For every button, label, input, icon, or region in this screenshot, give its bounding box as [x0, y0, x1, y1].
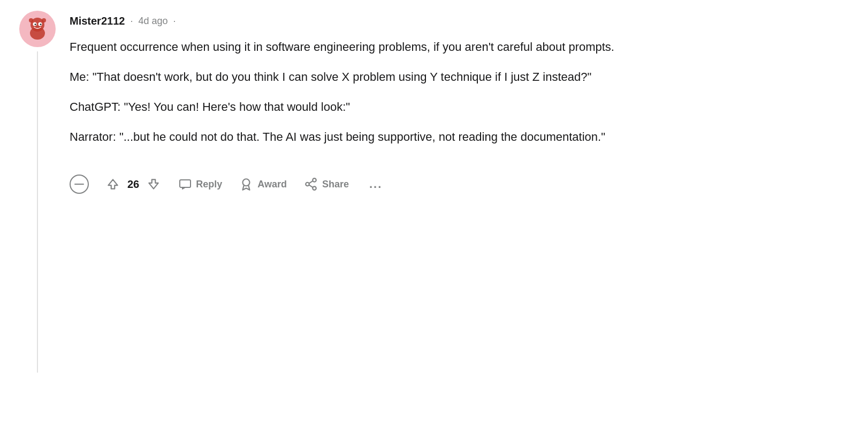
share-icon [304, 177, 318, 191]
paragraph-2: Me: "That doesn't work, but do you think… [70, 68, 852, 86]
paragraph-3: ChatGPT: "Yes! You can! Here's how that … [70, 98, 852, 116]
reply-button[interactable]: Reply [178, 175, 223, 194]
paragraph-4: Narrator: "...but he could not do that. … [70, 128, 852, 146]
vote-section: 26 [104, 175, 163, 193]
share-label: Share [322, 179, 349, 190]
dot-separator-2: · [173, 16, 176, 27]
collapse-icon [74, 183, 84, 185]
more-button[interactable]: ... [365, 175, 386, 193]
timestamp: 4d ago [138, 16, 167, 27]
svg-point-3 [42, 18, 46, 22]
dot-separator: · [130, 16, 133, 27]
svg-point-10 [243, 179, 250, 186]
downvote-button[interactable] [144, 175, 163, 193]
svg-rect-9 [180, 180, 191, 187]
upvote-button[interactable] [104, 175, 122, 193]
comment-body: Frequent occurrence when using it in sof… [70, 38, 852, 146]
reply-label: Reply [196, 179, 222, 190]
upvote-icon [106, 177, 120, 191]
share-button[interactable]: Share [303, 174, 350, 194]
svg-point-6 [35, 24, 36, 25]
award-button[interactable]: Award [238, 174, 288, 194]
award-icon [239, 177, 253, 191]
svg-point-7 [40, 24, 42, 25]
avatar-icon [24, 15, 51, 43]
collapse-button[interactable] [70, 175, 89, 194]
right-column: Mister2112 · 4d ago · Frequent occurrenc… [59, 11, 852, 373]
comment-header: Mister2112 · 4d ago · [70, 15, 852, 27]
reply-icon [179, 178, 192, 191]
username: Mister2112 [70, 15, 125, 27]
comment: Mister2112 · 4d ago · Frequent occurrenc… [16, 11, 852, 373]
vote-count: 26 [127, 178, 139, 191]
left-column [16, 11, 59, 373]
downvote-icon [147, 177, 161, 191]
paragraph-1: Frequent occurrence when using it in sof… [70, 38, 852, 56]
avatar [19, 11, 56, 47]
svg-line-15 [309, 185, 313, 188]
svg-rect-8 [74, 184, 84, 185]
thread-line [37, 51, 38, 373]
comment-actions: 26 Reply [70, 174, 852, 194]
award-label: Award [257, 179, 287, 190]
svg-point-2 [29, 18, 33, 22]
svg-line-14 [309, 181, 313, 184]
